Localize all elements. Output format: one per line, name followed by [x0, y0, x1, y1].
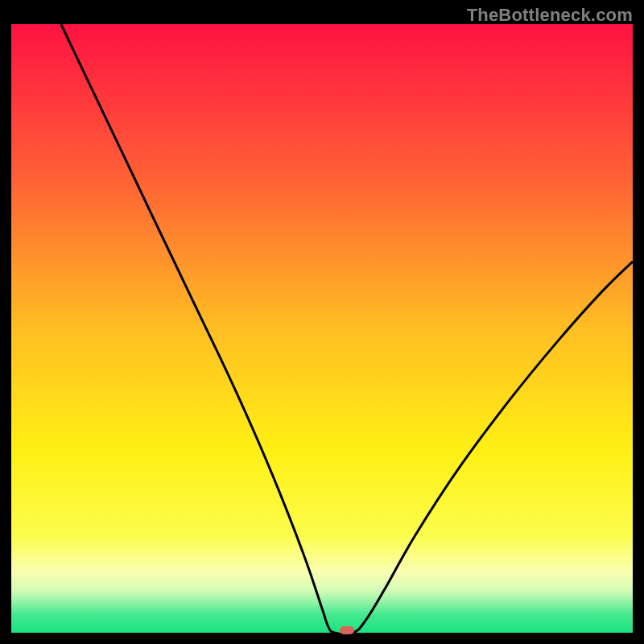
chart-frame: TheBottleneck.com [0, 0, 644, 644]
svg-rect-0 [11, 24, 633, 633]
optimal-point-marker [340, 626, 354, 634]
heat-gradient [11, 24, 633, 633]
watermark-label: TheBottleneck.com [467, 5, 633, 26]
plot-area [11, 24, 633, 633]
